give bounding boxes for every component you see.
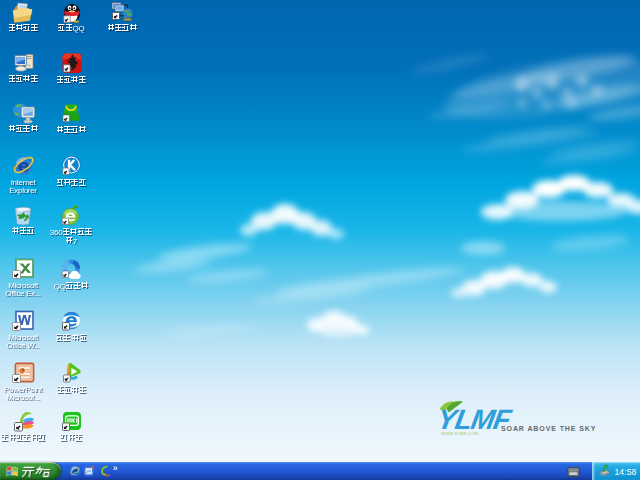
svg-text:SOAR ABOVE THE SKY: SOAR ABOVE THE SKY (501, 425, 596, 432)
svg-text:WWW.YLMF.COM: WWW.YLMF.COM (441, 431, 478, 436)
